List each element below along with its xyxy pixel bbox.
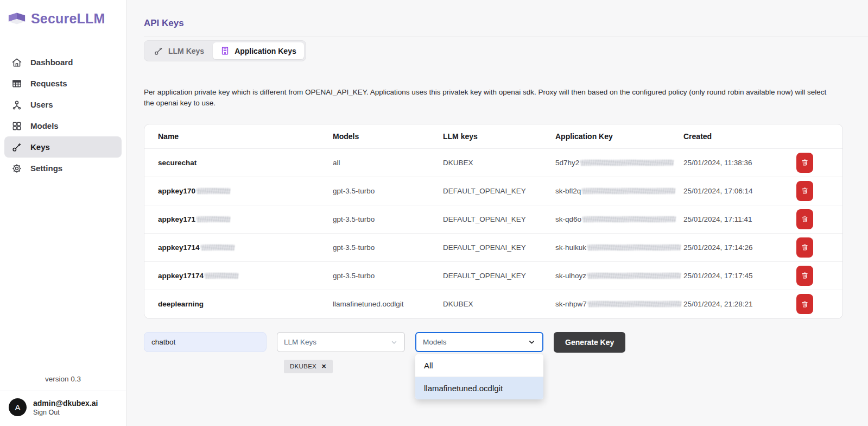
sidebar-item-label: Keys <box>30 142 50 152</box>
chevron-down-icon <box>528 338 536 346</box>
key-llm-key: DEFAULT_OPENAI_KEY <box>443 243 555 252</box>
key-name: appkey17174 <box>158 272 204 280</box>
key-icon <box>154 46 163 56</box>
generate-key-button[interactable]: Generate Key <box>554 332 625 353</box>
delete-key-button[interactable] <box>796 237 813 258</box>
key-name: appkey171 <box>158 215 195 223</box>
key-created: 25/01/2024, 17:11:41 <box>683 215 792 223</box>
delete-key-button[interactable] <box>796 153 813 173</box>
table-header-row: Name Models LLM keys Application Key Cre… <box>144 124 842 149</box>
application-key-prefix: 5d7hy2 <box>555 159 579 167</box>
masked-name-suffix <box>201 245 235 250</box>
key-llm-key: DKUBEX <box>443 159 555 167</box>
users-icon <box>11 99 22 110</box>
application-key-prefix: sk-huikuk <box>555 243 586 252</box>
delete-key-button[interactable] <box>796 294 813 314</box>
trash-icon <box>801 243 809 252</box>
column-header-application-key: Application Key <box>555 132 683 141</box>
key-name: appkey170 <box>158 187 195 195</box>
sidebar-item-label: Dashboard <box>30 58 73 67</box>
llm-keys-select[interactable]: LLM Keys <box>277 332 405 352</box>
table-row: appkey170 gpt-3.5-turbo DEFAULT_OPENAI_K… <box>144 177 842 205</box>
masked-key-suffix <box>582 188 675 194</box>
masked-key-suffix <box>582 216 676 222</box>
key-llm-key: DEFAULT_OPENAI_KEY <box>443 272 555 280</box>
delete-key-button[interactable] <box>796 181 813 201</box>
sidebar-item-label: Users <box>30 100 53 109</box>
chevron-down-icon <box>390 339 398 346</box>
logo-text: SecureLLM <box>31 11 105 27</box>
app-root: SecureLLM Dashboard Requests Users Model… <box>0 0 868 426</box>
key-models: gpt-3.5-turbo <box>333 187 443 195</box>
key-llm-key: DEFAULT_OPENAI_KEY <box>443 215 555 223</box>
key-created: 25/01/2024, 21:28:21 <box>683 300 792 308</box>
header-divider <box>144 36 868 36</box>
tab-label: Application Keys <box>235 47 296 55</box>
key-name: securechat <box>158 159 197 167</box>
page-title: API Keys <box>144 18 843 29</box>
models-select[interactable]: Models <box>415 332 543 352</box>
selected-llm-key-tag: DKUBEX ✕ <box>284 360 333 373</box>
building-icon <box>220 46 230 55</box>
grid-icon <box>11 121 22 131</box>
key-models: gpt-3.5-turbo <box>333 272 443 280</box>
user-box: A admin@dkubex.ai Sign Out <box>0 391 126 426</box>
masked-key-suffix <box>587 245 681 250</box>
key-llm-key: DEFAULT_OPENAI_KEY <box>443 187 555 195</box>
delete-key-button[interactable] <box>796 209 813 229</box>
model-option-all[interactable]: All <box>415 354 543 377</box>
masked-name-suffix <box>197 188 230 194</box>
key-models: gpt-3.5-turbo <box>333 215 443 223</box>
application-key-prefix: sk-qd6o <box>555 215 581 223</box>
sidebar: SecureLLM Dashboard Requests Users Model… <box>0 0 126 426</box>
sidebar-spacer <box>0 179 126 369</box>
key-models: all <box>333 159 443 167</box>
application-key-prefix: sk-bfl2q <box>555 187 581 195</box>
trash-icon <box>801 271 809 280</box>
remove-tag-icon[interactable]: ✕ <box>321 363 327 370</box>
table-icon <box>11 78 22 89</box>
model-option-llamafinetuned-ocdlgit[interactable]: llamafinetuned.ocdlgit <box>415 377 543 399</box>
sidebar-item-label: Models <box>30 121 59 130</box>
models-dropdown: Allllamafinetuned.ocdlgit <box>415 354 543 399</box>
tab-application-keys[interactable]: Application Keys <box>213 42 304 59</box>
table-body: securechat all DKUBEX 5d7hy2 25/01/2024,… <box>144 149 842 318</box>
sidebar-item-users[interactable]: Users <box>4 94 122 115</box>
sidebar-item-requests[interactable]: Requests <box>4 73 122 94</box>
sidebar-item-models[interactable]: Models <box>4 115 122 136</box>
application-key-prefix: sk-ulhoyz <box>555 272 586 280</box>
tag-label: DKUBEX <box>290 363 316 369</box>
trash-icon <box>801 158 809 167</box>
sidebar-item-dashboard[interactable]: Dashboard <box>4 52 122 73</box>
main-content: API Keys LLM Keys Application Keys Per a… <box>126 0 868 426</box>
masked-name-suffix <box>205 273 238 279</box>
description-text: Per application private key which is dif… <box>144 87 833 109</box>
masked-key-suffix <box>587 273 681 279</box>
sidebar-item-keys[interactable]: Keys <box>4 136 122 158</box>
delete-key-button[interactable] <box>796 266 813 286</box>
table-row: appkey1714 gpt-3.5-turbo DEFAULT_OPENAI_… <box>144 234 842 262</box>
trash-icon <box>801 186 809 195</box>
logo: SecureLLM <box>0 0 126 31</box>
sidebar-item-label: Settings <box>30 164 62 173</box>
table-row: appkey171 gpt-3.5-turbo DEFAULT_OPENAI_K… <box>144 205 842 234</box>
key-name-input[interactable] <box>144 332 267 352</box>
sidebar-nav: Dashboard Requests Users Models Keys Set… <box>0 52 126 179</box>
application-keys-table: Name Models LLM keys Application Key Cre… <box>144 124 843 319</box>
sidebar-item-label: Requests <box>30 79 67 88</box>
models-select-value: Models <box>423 338 447 346</box>
column-header-llm-keys: LLM keys <box>443 132 555 141</box>
home-icon <box>11 57 22 68</box>
key-created: 25/01/2024, 17:06:14 <box>683 187 792 195</box>
key-name: deeplearning <box>158 300 204 308</box>
column-header-name: Name <box>158 132 333 141</box>
sign-out-link[interactable]: Sign Out <box>33 409 98 416</box>
key-created: 25/01/2024, 17:17:45 <box>683 272 792 280</box>
user-email: admin@dkubex.ai <box>33 399 98 408</box>
tab-llm-keys[interactable]: LLM Keys <box>146 42 212 59</box>
table-row: deeplearning llamafinetuned.ocdlgit DKUB… <box>144 290 842 318</box>
masked-name-suffix <box>197 216 230 222</box>
sidebar-item-settings[interactable]: Settings <box>4 158 122 179</box>
securellm-logo-icon <box>8 10 26 27</box>
key-models: gpt-3.5-turbo <box>333 243 443 252</box>
